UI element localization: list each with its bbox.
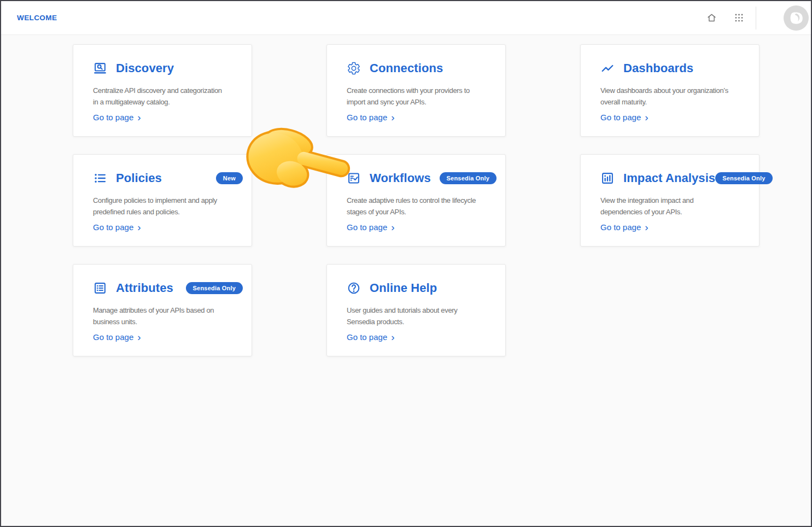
top-bar: WELCOME (1, 1, 811, 35)
card-description: Create connections with your providers t… (347, 85, 496, 108)
chevron-right-icon: › (137, 333, 141, 341)
list-box-icon (93, 281, 107, 295)
go-to-page-label: Go to page (600, 222, 641, 232)
card-description: View dashboards about your organization’… (600, 85, 750, 108)
card-title: Online Help (370, 281, 437, 295)
apps-grid-icon (734, 13, 744, 23)
go-to-page-label: Go to page (93, 222, 133, 232)
go-to-page-link[interactable]: Go to page › (600, 222, 649, 232)
card-description: View the integration impact and dependen… (600, 195, 750, 218)
card-title: Policies (116, 171, 162, 185)
card-impact-analysis: Impact Analysis Sensedia Only View the i… (580, 154, 760, 247)
go-to-page-link[interactable]: Go to page › (93, 113, 141, 122)
apps-button[interactable] (729, 9, 748, 27)
chevron-right-icon: › (645, 113, 648, 121)
card-title: Dashboards (623, 61, 693, 75)
card-title: Workflows (370, 171, 431, 185)
page-title: WELCOME (17, 14, 57, 22)
header-divider (756, 7, 756, 30)
go-to-page-label: Go to page (347, 332, 387, 342)
card-description: Manage attributes of your APIs based on … (93, 305, 243, 327)
go-to-page-label: Go to page (600, 113, 641, 122)
chevron-right-icon: › (391, 223, 394, 231)
card-description: User guides and tutorials about every Se… (347, 305, 496, 327)
card-discovery: Discovery Centralize API discovery and c… (73, 44, 252, 137)
go-to-page-link[interactable]: Go to page › (93, 222, 141, 232)
welcome-page: { "header": { "title": "WELCOME", "icons… (0, 0, 812, 527)
card-description: Centralize API discovery and categorizat… (93, 85, 243, 108)
card-description: Create adaptive rules to control the lif… (347, 195, 496, 218)
help-circle-icon (347, 281, 361, 295)
card-connections: Connections Create connections with your… (326, 44, 506, 137)
go-to-page-label: Go to page (93, 113, 133, 122)
sensedia-only-badge: Sensedia Only (440, 172, 496, 184)
go-to-page-label: Go to page (347, 222, 387, 232)
card-title: Impact Analysis (623, 171, 715, 185)
go-to-page-label: Go to page (347, 113, 387, 122)
card-policies: Policies New Configure policies to imple… (73, 154, 252, 247)
go-to-page-label: Go to page (93, 332, 133, 342)
checklist-box-icon (347, 171, 361, 185)
chevron-right-icon: › (137, 113, 141, 121)
chevron-right-icon: › (137, 223, 141, 231)
sensedia-only-badge: Sensedia Only (186, 282, 243, 294)
chevron-right-icon: › (391, 113, 394, 121)
bar-chart-box-icon (600, 171, 615, 185)
go-to-page-link[interactable]: Go to page › (347, 332, 395, 342)
user-avatar[interactable] (784, 5, 809, 31)
screen-search-icon (93, 61, 107, 75)
gear-icon (347, 61, 361, 75)
card-attributes: Attributes Sensedia Only Manage attribut… (73, 264, 252, 356)
card-workflows: Workflows Sensedia Only Create adaptive … (326, 154, 506, 247)
chevron-right-icon: › (391, 333, 394, 341)
sensedia-logo-icon (784, 5, 809, 31)
go-to-page-link[interactable]: Go to page › (347, 113, 395, 122)
bullet-list-icon (93, 171, 107, 185)
sensedia-only-badge: Sensedia Only (715, 172, 772, 184)
go-to-page-link[interactable]: Go to page › (600, 113, 649, 122)
card-dashboards: Dashboards View dashboards about your or… (580, 44, 760, 137)
go-to-page-link[interactable]: Go to page › (347, 222, 395, 232)
home-icon (706, 12, 717, 24)
card-online-help: Online Help User guides and tutorials ab… (326, 264, 506, 356)
home-button[interactable] (702, 9, 721, 27)
card-title: Connections (370, 61, 443, 75)
card-description: Configure policies to implement and appl… (93, 195, 243, 218)
top-bar-actions (702, 5, 809, 31)
welcome-card-grid: Discovery Centralize API discovery and c… (73, 44, 811, 356)
new-badge: New (216, 172, 243, 184)
trend-line-icon (600, 61, 615, 75)
chevron-right-icon: › (645, 223, 648, 231)
card-title: Discovery (116, 61, 174, 75)
go-to-page-link[interactable]: Go to page › (93, 332, 141, 342)
card-title: Attributes (116, 281, 173, 295)
